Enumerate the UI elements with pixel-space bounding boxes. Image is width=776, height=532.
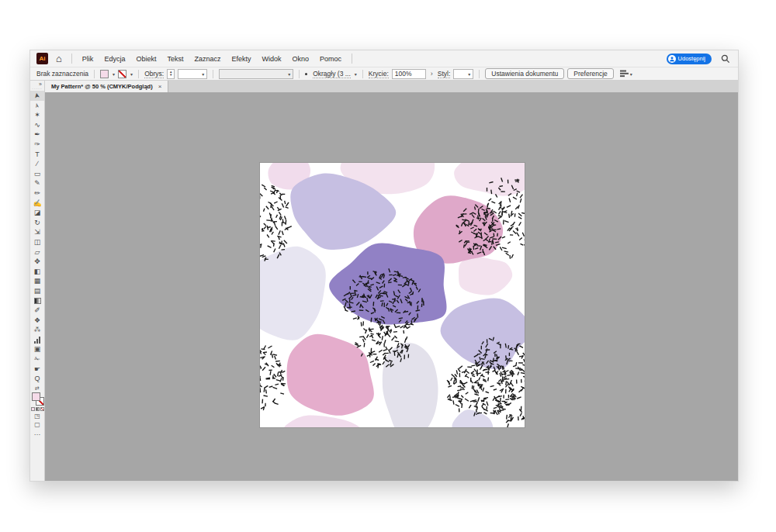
swap-fill-stroke-icon[interactable]: ⇄ — [35, 385, 40, 391]
opacity-flyout-icon[interactable]: › — [431, 70, 433, 78]
pattern-artwork — [260, 163, 525, 428]
selection-tool[interactable]: ➤ — [30, 91, 44, 101]
curvature-tool[interactable]: ✑ — [30, 140, 44, 150]
options-separator — [479, 70, 480, 78]
magic-wand-tool[interactable]: ✶ — [30, 110, 44, 120]
draw-mode-icon[interactable]: ◳ — [34, 413, 40, 420]
column-graph-tool[interactable] — [30, 335, 44, 345]
brush-definition-label[interactable]: Okrągły (3 ... — [313, 70, 351, 78]
artboard-tool[interactable]: ▣ — [30, 344, 44, 354]
menu-efekty[interactable]: Efekty — [226, 55, 256, 63]
opacity-label[interactable]: Krycie: — [369, 70, 389, 78]
toolbar-bottom-controls: ⇄ ◳ ▢ … — [30, 385, 44, 436]
rotate-tool[interactable]: ↻ — [30, 218, 44, 228]
document-area: My Pattern* @ 50 % (CMYK/Podgląd) × — [45, 81, 738, 481]
tab-close-icon[interactable]: × — [158, 83, 162, 90]
chevron-down-icon[interactable]: ▾ — [130, 71, 133, 77]
gradient-tool[interactable] — [30, 295, 44, 306]
menu-tekst[interactable]: Tekst — [161, 55, 189, 63]
menu-zaznacz[interactable]: Zaznacz — [189, 55, 226, 63]
selection-status-label: Brak zaznaczenia — [36, 70, 88, 78]
stroke-weight-dropdown[interactable]: ▾ — [178, 69, 207, 79]
slice-tool[interactable]: ✁ — [30, 354, 44, 364]
eyedropper-tool[interactable]: ✐ — [30, 306, 44, 316]
align-options[interactable]: ▾ — [620, 70, 632, 78]
style-label[interactable]: Styl: — [438, 70, 451, 78]
stroke-weight-label[interactable]: Obrys: — [144, 70, 164, 78]
chevron-down-icon: ▾ — [630, 71, 632, 77]
width-profile-dropdown[interactable]: ▾ — [219, 69, 293, 79]
lasso-tool[interactable]: ∿ — [30, 120, 44, 130]
stroke-weight-stepper[interactable]: ▲▼ — [167, 69, 175, 79]
shape-builder-tool[interactable]: ◧ — [30, 267, 44, 277]
document-tab-bar: My Pattern* @ 50 % (CMYK/Podgląd) × — [45, 81, 738, 92]
control-bar: Brak zaznaczenia ▾ ▾ Obrys: ▲▼ ▾ ▾ Okrąg… — [30, 67, 738, 81]
options-separator — [94, 70, 95, 78]
menu-pomoc[interactable]: Pomoc — [314, 55, 347, 63]
free-transform-tool[interactable]: ▱ — [30, 247, 44, 257]
menu-edycja[interactable]: Edycja — [99, 55, 130, 63]
none-button[interactable] — [40, 407, 44, 411]
user-avatar-icon — [668, 55, 676, 63]
shaper-tool[interactable]: ✍ — [30, 199, 44, 209]
menu-plik[interactable]: Plik — [77, 55, 99, 63]
menu-obiekt[interactable]: Obiekt — [130, 55, 161, 63]
canvas-area[interactable] — [45, 92, 738, 481]
fill-indicator[interactable] — [32, 392, 40, 401]
menu-items: PlikEdycjaObiektTekstZaznaczEfektyWidokO… — [77, 55, 347, 63]
fill-stroke-indicator[interactable] — [31, 392, 44, 406]
paintbrush-tool[interactable]: ✎ — [30, 178, 44, 188]
puppet-warp-tool[interactable]: ✥ — [30, 257, 44, 267]
width-tool[interactable]: ◫ — [30, 237, 44, 247]
options-separator — [138, 70, 139, 78]
screen-mode-icon[interactable]: ▢ — [34, 421, 40, 428]
menu-bar: Ai ⌂ PlikEdycjaObiektTekstZaznaczEfektyW… — [30, 50, 738, 67]
opacity-field[interactable]: 100% — [392, 69, 426, 79]
scale-tool[interactable]: ⇲ — [30, 227, 44, 237]
zoom-tool[interactable]: Q — [30, 374, 44, 384]
menu-separator — [352, 54, 352, 64]
hand-tool[interactable]: ☛ — [30, 364, 44, 375]
menu-okno[interactable]: Okno — [286, 55, 314, 63]
brush-preview-icon — [305, 73, 307, 75]
chevron-down-icon[interactable]: ▾ — [355, 71, 357, 77]
menu-bar-right: Udostępnij — [667, 54, 730, 64]
perspective-grid-tool[interactable]: ▦ — [30, 276, 44, 286]
options-separator — [213, 70, 213, 78]
pen-tool[interactable]: ✒ — [30, 130, 44, 140]
type-tool[interactable]: T — [30, 150, 44, 160]
document-tab-title: My Pattern* @ 50 % (CMYK/Podgląd) — [51, 83, 153, 90]
tool-list: ➤➢✶∿✒✑T∕▭✎✏✍◪↻⇲◫▱✥◧▦▤✐❖⁂▣✁☛Q — [30, 91, 44, 384]
mesh-tool[interactable]: ▤ — [30, 286, 44, 296]
gradient-button[interactable] — [36, 407, 40, 411]
color-button[interactable] — [31, 407, 35, 411]
fill-color-swatch[interactable] — [100, 70, 109, 78]
chevron-down-icon[interactable]: ▾ — [113, 71, 115, 77]
direct-selection-tool[interactable]: ➢ — [30, 101, 44, 111]
pencil-tool[interactable]: ✏ — [30, 188, 44, 199]
line-segment-tool[interactable]: ∕ — [30, 159, 44, 169]
chevron-down-icon: ▾ — [288, 71, 290, 77]
blend-tool[interactable]: ❖ — [30, 316, 44, 326]
chevron-down-icon: ▾ — [202, 71, 204, 77]
eraser-tool[interactable]: ◪ — [30, 208, 44, 218]
share-button[interactable]: Udostępnij — [667, 54, 712, 64]
color-mode-buttons — [31, 407, 44, 411]
stroke-color-swatch[interactable] — [118, 70, 126, 78]
symbol-sprayer-tool[interactable]: ⁂ — [30, 325, 44, 335]
home-icon[interactable]: ⌂ — [56, 54, 62, 64]
style-dropdown[interactable]: ▾ — [453, 69, 473, 79]
options-separator — [362, 70, 363, 78]
share-button-label: Udostępnij — [678, 55, 705, 62]
preferences-button[interactable]: Preferencje — [567, 68, 613, 79]
artboard[interactable] — [259, 162, 525, 428]
document-settings-button[interactable]: Ustawienia dokumentu — [485, 68, 564, 79]
rectangle-tool[interactable]: ▭ — [30, 169, 44, 179]
edit-toolbar-icon[interactable]: … — [34, 430, 41, 436]
options-separator — [299, 70, 300, 78]
toolbar: » ····· ➤➢✶∿✒✑T∕▭✎✏✍◪↻⇲◫▱✥◧▦▤✐❖⁂▣✁☛Q ⇄ ◳… — [30, 81, 45, 481]
illustrator-logo-icon[interactable]: Ai — [36, 53, 48, 64]
search-icon[interactable] — [721, 54, 730, 64]
menu-widok[interactable]: Widok — [256, 55, 286, 63]
document-tab[interactable]: My Pattern* @ 50 % (CMYK/Podgląd) × — [45, 81, 168, 92]
